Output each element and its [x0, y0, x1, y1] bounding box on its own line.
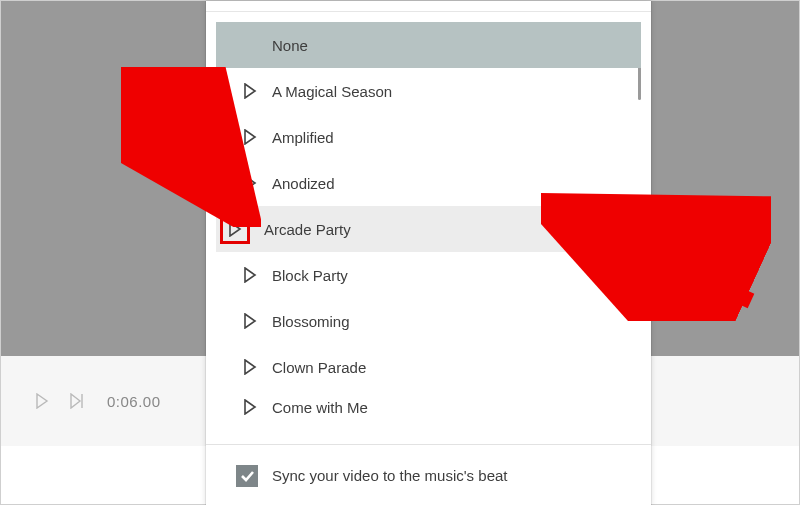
music-item-label: A Magical Season [272, 83, 641, 100]
sync-label: Sync your video to the music's beat [272, 467, 507, 484]
music-item-anodized[interactable]: Anodized [216, 160, 641, 206]
app-window: 0:06.00 NoneA Magical SeasonAmplifiedAno… [0, 0, 800, 505]
music-item-label: Blossoming [272, 313, 641, 330]
svg-marker-0 [37, 394, 47, 408]
music-picker-panel: NoneA Magical SeasonAmplifiedAnodizedArc… [206, 1, 651, 505]
svg-marker-1 [71, 394, 80, 408]
play-icon[interactable] [35, 393, 49, 409]
play-preview-icon[interactable] [228, 399, 272, 415]
music-item-arcade-party[interactable]: Arcade Party [216, 206, 641, 252]
sync-checkbox[interactable] [236, 465, 258, 487]
step-forward-icon[interactable] [69, 393, 87, 409]
play-preview-icon[interactable] [228, 313, 272, 329]
play-preview-icon[interactable] [228, 359, 272, 375]
music-item-block-party[interactable]: Block Party [216, 252, 641, 298]
music-item-amplified[interactable]: Amplified [216, 114, 641, 160]
svg-marker-9 [245, 360, 255, 374]
music-item-label: Anodized [272, 175, 641, 192]
music-item-label: Amplified [272, 129, 641, 146]
svg-marker-7 [245, 268, 255, 282]
play-preview-icon[interactable] [220, 214, 250, 244]
music-item-clown-parade[interactable]: Clown Parade [216, 344, 641, 390]
music-item-label: Block Party [272, 267, 641, 284]
play-preview-icon[interactable] [228, 83, 272, 99]
preview-background-left [1, 1, 206, 356]
music-item-label: Clown Parade [272, 359, 641, 376]
music-item-label: Come with Me [272, 399, 641, 416]
svg-marker-3 [245, 84, 255, 98]
sync-option-row[interactable]: Sync your video to the music's beat [206, 444, 651, 505]
music-item-blossoming[interactable]: Blossoming [216, 298, 641, 344]
svg-marker-10 [245, 400, 255, 414]
svg-marker-8 [245, 314, 255, 328]
play-preview-icon[interactable] [228, 267, 272, 283]
svg-marker-6 [230, 222, 240, 236]
svg-marker-4 [245, 130, 255, 144]
timecode: 0:06.00 [107, 393, 161, 410]
music-item-none[interactable]: None [216, 22, 641, 68]
music-item-label: Arcade Party [264, 221, 641, 238]
play-preview-icon[interactable] [228, 129, 272, 145]
play-preview-icon[interactable] [228, 175, 272, 191]
music-item-label: None [272, 37, 641, 54]
music-item-a-magical-season[interactable]: A Magical Season [216, 68, 641, 114]
music-list[interactable]: NoneA Magical SeasonAmplifiedAnodizedArc… [206, 12, 651, 444]
music-item-come-with-me[interactable]: Come with Me [216, 390, 641, 424]
panel-top-border [206, 1, 651, 12]
svg-marker-5 [245, 176, 255, 190]
